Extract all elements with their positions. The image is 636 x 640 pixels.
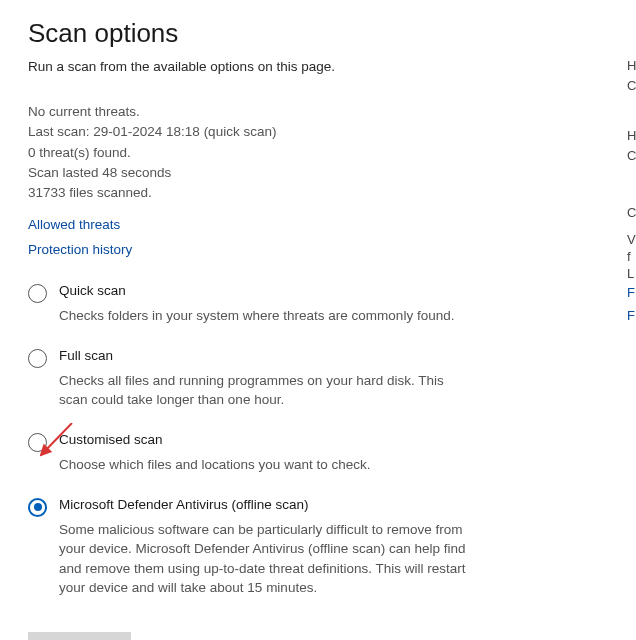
option-desc: Checks all files and running programmes … (59, 371, 468, 410)
status-block: No current threats. Last scan: 29-01-202… (28, 102, 608, 203)
option-desc: Choose which files and locations you wan… (59, 455, 468, 475)
option-title: Customised scan (59, 432, 468, 447)
page-subtitle: Run a scan from the available options on… (28, 59, 608, 74)
radio-quick-scan[interactable] (28, 284, 47, 303)
option-customised-scan: Customised scan Choose which files and l… (28, 432, 468, 475)
option-title: Microsoft Defender Antivirus (offline sc… (59, 497, 468, 512)
option-title: Quick scan (59, 283, 468, 298)
option-title: Full scan (59, 348, 468, 363)
scan-options-list: Quick scan Checks folders in your system… (28, 283, 608, 598)
status-no-threats: No current threats. (28, 102, 608, 122)
option-desc: Checks folders in your system where thre… (59, 306, 468, 326)
link-protection-history[interactable]: Protection history (28, 242, 608, 257)
link-allowed-threats[interactable]: Allowed threats (28, 217, 608, 232)
status-duration: Scan lasted 48 seconds (28, 163, 608, 183)
page-title: Scan options (28, 18, 608, 49)
option-quick-scan: Quick scan Checks folders in your system… (28, 283, 468, 326)
scan-now-button[interactable]: Scan now (28, 632, 131, 640)
status-files-scanned: 31733 files scanned. (28, 183, 608, 203)
option-full-scan: Full scan Checks all files and running p… (28, 348, 468, 410)
cutoff-panel: H C H C C V f L F F (624, 0, 636, 640)
status-threats-found: 0 threat(s) found. (28, 143, 608, 163)
radio-offline-scan[interactable] (28, 498, 47, 517)
radio-customised-scan[interactable] (28, 433, 47, 452)
option-offline-scan: Microsoft Defender Antivirus (offline sc… (28, 497, 468, 598)
status-last-scan: Last scan: 29-01-2024 18:18 (quick scan) (28, 122, 608, 142)
option-desc: Some malicious software can be particula… (59, 520, 468, 598)
radio-full-scan[interactable] (28, 349, 47, 368)
